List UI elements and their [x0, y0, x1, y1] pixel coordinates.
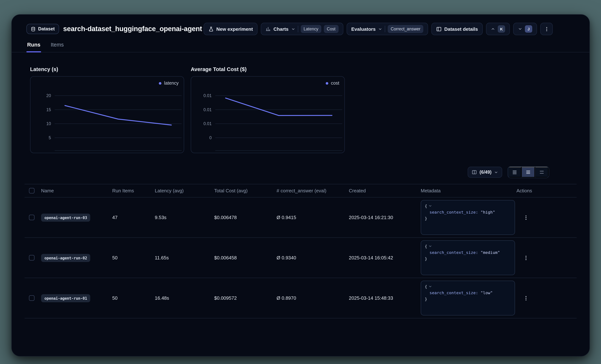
dataset-details-button[interactable]: Dataset details: [431, 23, 483, 35]
kebab-icon: [523, 255, 529, 261]
column-header-metadata: Metadata: [421, 188, 516, 193]
legend-label: latency: [164, 81, 179, 86]
json-key: search_context_size:: [430, 250, 478, 255]
metadata-json: { search_context_size: "medium" }: [421, 240, 515, 275]
kebab-icon: [523, 295, 529, 301]
svg-text:20: 20: [46, 93, 51, 98]
metadata-json: { search_context_size: "low" }: [421, 281, 515, 316]
column-count-label: (6/49): [480, 170, 491, 175]
chart-chip-cost[interactable]: Cost: [324, 25, 338, 33]
row-actions-button[interactable]: [521, 253, 531, 263]
kebab-icon: [544, 26, 549, 32]
column-header-run-items: Run Items: [112, 188, 155, 193]
tab-items-label: Items: [51, 42, 64, 48]
svg-text:0: 0: [209, 135, 212, 140]
total-cost-avg-value: $0.006458: [214, 255, 277, 260]
chart-title: Latency (s): [30, 66, 184, 72]
column-header-name: Name: [41, 188, 112, 193]
flask-icon: [208, 26, 214, 32]
next-run-shortcut-button[interactable]: J: [513, 23, 537, 35]
tab-runs[interactable]: Runs: [26, 39, 41, 52]
row-checkbox[interactable]: [29, 215, 34, 220]
header-bar: Dataset search-dataset_huggingface_opena…: [12, 15, 590, 35]
run-name-link[interactable]: openai-agent-run-01: [41, 294, 90, 302]
row-actions-button[interactable]: [521, 293, 531, 303]
json-value: "medium": [481, 250, 500, 255]
json-collapse-icon[interactable]: [428, 204, 432, 208]
table-row: openai-agent-run-01 50 16.48s $0.009572 …: [25, 278, 577, 318]
svg-text:5: 5: [49, 135, 51, 140]
tab-items[interactable]: Items: [50, 39, 65, 52]
json-collapse-icon[interactable]: [428, 244, 432, 248]
row-height-medium-button[interactable]: [521, 167, 535, 178]
column-header-total-cost: Total Cost (avg): [214, 188, 277, 193]
correct-answer-eval-value: Ø 0.8970: [277, 295, 349, 301]
row-checkbox[interactable]: [29, 295, 34, 301]
column-selector-button[interactable]: (6/49): [468, 167, 502, 178]
row-height-toggle: [508, 166, 549, 178]
svg-text:15: 15: [46, 107, 51, 112]
latency-avg-value: 9.53s: [155, 215, 214, 220]
table-controls: (6/49): [12, 166, 549, 178]
chevron-down-icon: [494, 170, 498, 174]
row-height-large-button[interactable]: [535, 167, 549, 178]
cost-chart-card: 0.010.010.010 cost: [191, 76, 345, 153]
chart-chip-latency[interactable]: Latency: [300, 25, 321, 33]
table-header-row: Name Run Items Latency (avg) Total Cost …: [25, 184, 577, 198]
json-value: "high": [481, 210, 495, 215]
bar-chart-icon: [266, 26, 271, 31]
divider: [298, 26, 298, 32]
total-cost-avg-value: $0.009572: [214, 295, 277, 301]
legend-dot-icon: [326, 82, 328, 85]
evaluator-chip-correct-answer[interactable]: Correct_answer: [388, 25, 423, 33]
desktop-background: Dataset search-dataset_huggingface_opena…: [0, 0, 601, 364]
latency-avg-value: 16.48s: [155, 295, 214, 301]
new-experiment-button[interactable]: New experiment: [204, 23, 258, 35]
column-header-created: Created: [349, 188, 421, 193]
row-actions-button[interactable]: [521, 212, 531, 223]
legend-dot-icon: [159, 82, 161, 85]
table-row: openai-agent-run-02 50 11.65s $0.006458 …: [25, 238, 577, 278]
run-name-link[interactable]: openai-agent-run-03: [41, 213, 90, 221]
json-key: search_context_size:: [430, 210, 478, 215]
run-name-link[interactable]: openai-agent-run-02: [41, 254, 90, 262]
charts-dropdown[interactable]: Charts Latency Cost: [261, 23, 343, 35]
chart-legend: latency: [159, 81, 179, 86]
json-brace: {: [425, 284, 427, 289]
latency-chart: 2015105: [30, 77, 184, 153]
cost-chart: 0.010.010.010: [191, 77, 344, 153]
new-experiment-label: New experiment: [216, 26, 253, 32]
page-title: search-dataset_huggingface_openai-agent: [63, 25, 202, 33]
svg-text:10: 10: [46, 121, 51, 126]
divider: [385, 26, 385, 32]
run-items-value: 47: [112, 215, 155, 220]
columns-icon: [472, 170, 477, 175]
evaluators-dropdown[interactable]: Evaluators Correct_answer: [346, 23, 428, 35]
kebab-icon: [523, 214, 529, 220]
row-height-small-button[interactable]: [508, 167, 521, 178]
dataset-badge-label: Dataset: [38, 26, 55, 31]
select-all-checkbox[interactable]: [29, 188, 34, 193]
charts-dropdown-label: Charts: [273, 26, 289, 32]
database-icon: [31, 27, 36, 31]
chevron-down-icon: [291, 27, 295, 31]
row-height-large-icon: [539, 170, 544, 175]
json-brace: {: [425, 204, 427, 209]
panel-icon: [436, 26, 442, 32]
tab-runs-label: Runs: [27, 42, 40, 48]
app-window: Dataset search-dataset_huggingface_opena…: [11, 14, 590, 356]
chart-title: Average Total Cost ($): [191, 66, 345, 72]
chart-legend: cost: [326, 81, 339, 86]
metadata-json: { search_context_size: "high" }: [421, 200, 515, 235]
correct-answer-eval-value: Ø 0.9415: [277, 215, 349, 220]
json-collapse-icon[interactable]: [428, 285, 432, 288]
column-header-actions: Actions: [516, 188, 577, 193]
dataset-badge: Dataset: [26, 24, 59, 34]
charts-section: Latency (s) 2015105 latency Average Tota…: [12, 52, 590, 153]
chevron-down-icon: [518, 27, 522, 31]
json-key: search_context_size:: [430, 290, 478, 295]
svg-text:0.01: 0.01: [203, 93, 212, 98]
more-menu-button[interactable]: [540, 23, 553, 35]
row-checkbox[interactable]: [29, 255, 34, 260]
previous-run-shortcut-button[interactable]: K: [486, 23, 510, 35]
